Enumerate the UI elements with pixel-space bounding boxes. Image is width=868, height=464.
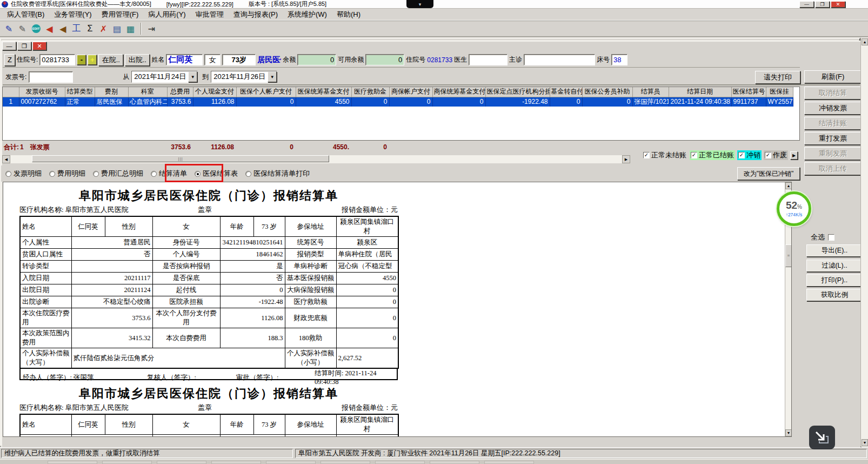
menu-item-5[interactable]: 查询与报表(P) <box>229 9 283 21</box>
modify-invoice-icon[interactable]: ✎ <box>16 22 29 35</box>
mdi-vscrollbar[interactable]: ▲ ▼ <box>860 38 868 447</box>
detail-list-icon[interactable]: ▤ <box>110 22 124 35</box>
grid-col-header-16[interactable]: 结算日期 <box>669 87 731 97</box>
status-filter-2[interactable]: ✓冲销 <box>737 150 762 160</box>
scroll-up-icon[interactable]: ▲ <box>785 182 792 189</box>
charge-recall-icon[interactable]: ◀ <box>43 22 56 35</box>
invoice-grid[interactable]: 发票收据号结算类型费别科室总费用个人现金支付医保个人帐户支付医保统筹基金支付医疗… <box>2 87 800 141</box>
grid-col-header-10[interactable]: 商保帐户支付 <box>389 87 432 97</box>
grid-col-header-4[interactable]: 科室 <box>128 87 167 97</box>
radio-icon[interactable] <box>93 171 99 177</box>
side-button-取消结算[interactable]: 取消结算 <box>804 87 862 100</box>
menu-item-4[interactable]: 审批管理 <box>191 9 229 21</box>
scroll-down-icon[interactable]: ▼ <box>862 439 868 446</box>
side-button-重制发票[interactable]: 重制发票 <box>804 147 862 160</box>
restore-button[interactable]: ❐ <box>815 1 830 8</box>
checkbox-icon[interactable]: ✓ <box>691 152 697 158</box>
download-progress-overlay[interactable]: 52% ↑274K/s <box>777 191 811 226</box>
report-preview[interactable]: 阜阳市城乡居民医保住院（门诊）报销结算单 医疗机构名称: 阜阳市第五人民医院 盖… <box>3 182 792 437</box>
tool-button-获取比例[interactable]: 获取比例 <box>806 289 863 301</box>
tool-button-过滤(L)..[interactable]: 过滤(L).. <box>806 260 863 272</box>
menu-item-2[interactable]: 费用管理(F) <box>97 9 144 21</box>
child-restore-button[interactable]: ❐ <box>17 42 31 50</box>
grid-col-header-15[interactable]: 结算员 <box>632 87 669 97</box>
discharged-button[interactable]: 出院.. <box>125 54 150 66</box>
taskbar-item[interactable] <box>48 461 97 464</box>
to-date-dropdown-icon[interactable]: ▼ <box>268 71 277 82</box>
side-button-取消上传[interactable]: 取消上传 <box>804 162 862 175</box>
grid-col-header-7[interactable]: 医保个人帐户支付 <box>236 87 296 97</box>
diagnosis-field[interactable] <box>524 54 595 65</box>
child-close-button[interactable]: ✕ <box>32 42 46 50</box>
radio-icon[interactable] <box>245 171 251 177</box>
side-button-刷新(F)[interactable]: 刷新(F) <box>804 70 862 83</box>
grid-col-header-12[interactable]: 医保定点医疗机构分担 <box>485 87 550 97</box>
lost-print-button[interactable]: 遗失打印 <box>755 71 800 84</box>
doctor-field[interactable] <box>469 54 508 65</box>
grid-col-header-9[interactable]: 医疗救助金 <box>351 87 389 97</box>
to-date-combo[interactable]: 2021年11月26日 ▼ <box>211 71 277 83</box>
screen-capture-tool-icon[interactable] <box>809 426 835 449</box>
grid-col-header-13[interactable]: 基金转自付 <box>550 87 582 97</box>
grid-col-header-14[interactable]: 医保公务员补助 <box>582 87 632 97</box>
radio-icon[interactable] <box>151 171 157 177</box>
grid-col-header-3[interactable]: 费别 <box>95 87 128 97</box>
from-date-dropdown-icon[interactable]: ▼ <box>188 71 197 82</box>
side-button-结清挂账[interactable]: 结清挂账 <box>804 117 862 130</box>
sum-icon[interactable]: Σ <box>83 22 97 35</box>
grid-col-header-11[interactable]: 商保统筹基金支付 <box>432 87 485 97</box>
minimize-button[interactable]: — <box>799 1 814 8</box>
prev-record-button[interactable]: - <box>77 55 86 65</box>
radio-icon[interactable] <box>49 171 55 177</box>
taskbar-item[interactable] <box>157 461 206 464</box>
scroll-right-icon[interactable]: ▶ <box>622 155 630 163</box>
radio-icon[interactable] <box>5 171 11 177</box>
checkbox-icon[interactable]: ✓ <box>643 152 650 158</box>
taskbar-sliver[interactable] <box>0 459 868 464</box>
taskbar-item[interactable] <box>266 461 316 464</box>
status-filter-3[interactable]: ✓作废 <box>764 150 788 160</box>
new-invoice-icon[interactable]: ✎ <box>2 22 16 35</box>
text-tool-icon[interactable]: 工 <box>70 22 83 35</box>
next-record-button[interactable]: + <box>88 55 97 65</box>
scroll-up-icon[interactable]: ▲ <box>862 38 868 45</box>
taskbar-item[interactable] <box>321 461 370 464</box>
scroll-down-icon[interactable]: ▼ <box>785 429 792 436</box>
inpatient-button[interactable]: 在院.. <box>98 54 123 66</box>
taskbar-item[interactable] <box>430 461 479 464</box>
view-option-1[interactable]: 费用明细 <box>49 169 85 178</box>
side-button-重打发票[interactable]: 重打发票 <box>804 132 862 145</box>
z-button[interactable]: Z <box>4 54 15 66</box>
from-date-combo[interactable]: 2021年11月24日 ▼ <box>131 71 198 83</box>
view-option-5[interactable]: 医保结算清单打印 <box>245 169 310 178</box>
select-all-checkbox[interactable] <box>828 234 834 241</box>
menu-item-6[interactable]: 系统维护(W) <box>283 9 332 21</box>
tool-button-打印(P)..[interactable]: 打印(P).. <box>806 274 863 287</box>
grid-col-header-17[interactable]: 医保结算号 <box>731 87 766 97</box>
taskbar-item[interactable] <box>102 461 152 464</box>
admission-no-input[interactable]: 0281733 <box>39 54 75 65</box>
scroll-left-icon[interactable]: ◀ <box>2 155 10 163</box>
menu-item-3[interactable]: 病人用药(Y) <box>143 9 190 21</box>
tool-button-导出(E)..[interactable]: 导出(E).. <box>806 244 863 257</box>
close-button[interactable]: ✕ <box>831 1 845 8</box>
menu-item-1[interactable]: 业务管理(Y) <box>49 9 96 21</box>
taskbar-item[interactable] <box>375 461 425 464</box>
grid-col-header-2[interactable]: 结算类型 <box>65 87 95 97</box>
hscroll-thumb[interactable]: ||| <box>32 155 329 162</box>
vscroll-thumb[interactable]: ≡ <box>785 244 792 267</box>
view-option-0[interactable]: 发票明细 <box>5 169 42 178</box>
menu-item-0[interactable]: 病人管理(B) <box>2 9 49 21</box>
grid-col-header-0[interactable] <box>3 87 19 97</box>
charge-return-icon[interactable]: ◀ <box>56 22 70 35</box>
grid-col-header-8[interactable]: 医保统筹基金支付 <box>296 87 351 97</box>
child-minimize-button[interactable]: — <box>2 42 16 50</box>
taskbar-item[interactable] <box>484 461 534 464</box>
side-button-冲销发票[interactable]: 冲销发票 <box>804 102 862 115</box>
grid-col-header-5[interactable]: 总费用 <box>167 87 193 97</box>
view-option-2[interactable]: 费用汇总明细 <box>93 169 143 178</box>
grid-row-selected[interactable]: 10007272762正常居民医保心血管内科二3753.61126.080455… <box>3 97 793 107</box>
grid-hscrollbar[interactable]: ◀ ||| ▶ <box>2 155 630 163</box>
exit-icon[interactable]: ⇥ <box>145 22 158 35</box>
recorder-overlay-badge[interactable]: ▾ <box>406 0 433 8</box>
